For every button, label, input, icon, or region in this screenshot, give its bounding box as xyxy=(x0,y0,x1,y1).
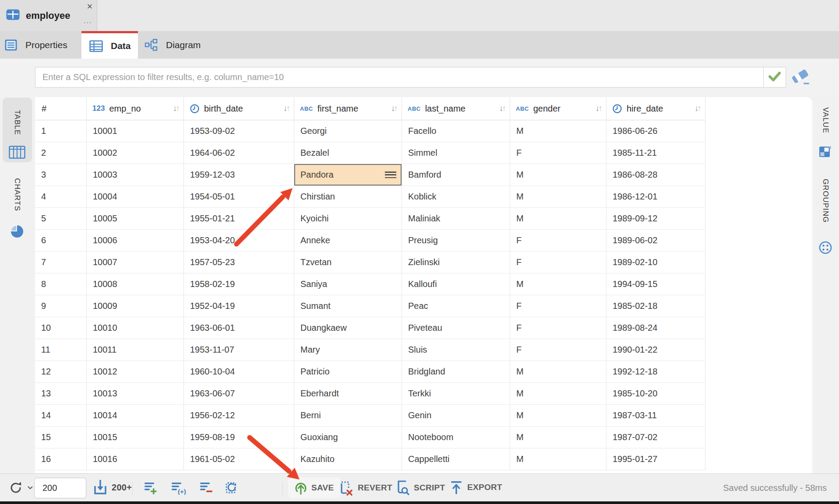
table-cell[interactable]: 10006 xyxy=(87,230,184,252)
table-cell[interactable]: Saniya xyxy=(294,273,402,295)
table-cell[interactable]: 1957-05-23 xyxy=(184,252,294,273)
table-cell[interactable]: 1989-06-02 xyxy=(606,230,705,252)
sort-arrows-icon[interactable]: ↓↑ xyxy=(391,104,398,113)
rail-charts-label[interactable]: CHARTS xyxy=(13,178,21,211)
column-header-first_name[interactable]: ABCfirst_name↓↑ xyxy=(294,97,402,120)
apply-filter-button[interactable] xyxy=(763,67,786,88)
table-cell[interactable]: F xyxy=(510,230,606,252)
row-number-cell[interactable]: 8 xyxy=(35,273,87,295)
table-cell[interactable]: 1987-07-02 xyxy=(606,427,705,448)
table-cell[interactable]: 1985-11-21 xyxy=(606,142,705,164)
table-cell[interactable]: 1960-10-04 xyxy=(184,361,294,383)
column-header-hire_date[interactable]: hire_date↓↑ xyxy=(606,97,705,120)
tab-properties[interactable]: Properties xyxy=(0,31,81,59)
sort-arrows-icon[interactable]: ↓↑ xyxy=(596,104,603,113)
table-cell[interactable]: 10014 xyxy=(87,405,184,427)
row-number-cell[interactable]: 11 xyxy=(35,339,87,361)
table-cell[interactable]: Georgi xyxy=(294,120,402,142)
sort-arrows-icon[interactable]: ↓↑ xyxy=(283,104,290,113)
table-cell[interactable]: M xyxy=(510,120,606,142)
table-cell[interactable]: 1954-05-01 xyxy=(184,186,294,208)
table-cell[interactable]: 10015 xyxy=(87,427,184,448)
table-cell[interactable]: 10004 xyxy=(87,186,184,208)
table-cell[interactable]: 10001 xyxy=(87,120,184,142)
row-number-cell[interactable]: 6 xyxy=(35,230,87,252)
table-cell[interactable]: F xyxy=(510,252,606,273)
row-number-cell[interactable]: 14 xyxy=(35,405,87,427)
table-cell[interactable]: F xyxy=(510,142,606,164)
row-number-cell[interactable]: 9 xyxy=(35,295,87,317)
table-cell[interactable]: 1961-05-02 xyxy=(184,448,294,470)
row-number-cell[interactable]: 12 xyxy=(35,361,87,383)
table-cell[interactable]: Piveteau xyxy=(402,317,510,339)
table-cell[interactable]: 10016 xyxy=(87,448,184,470)
table-cell[interactable]: Berni xyxy=(294,405,402,427)
column-header-gender[interactable]: ABCgender↓↑ xyxy=(510,97,606,120)
rail-value-label[interactable]: VALUE xyxy=(821,107,830,133)
table-cell[interactable]: 10002 xyxy=(87,142,184,164)
edited-cell[interactable]: Pandora xyxy=(294,164,402,186)
table-cell[interactable]: Mary xyxy=(294,339,402,361)
table-cell[interactable]: 1963-06-07 xyxy=(184,383,294,405)
table-cell[interactable]: 1959-12-03 xyxy=(184,164,294,186)
table-cell[interactable]: 1952-04-19 xyxy=(184,295,294,317)
export-button[interactable]: EXPORT xyxy=(449,480,502,495)
table-cell[interactable]: Terkki xyxy=(402,383,510,405)
clear-filter-button[interactable] xyxy=(790,70,813,88)
column-header-birth_date[interactable]: birth_date↓↑ xyxy=(184,97,294,120)
row-number-cell[interactable]: 13 xyxy=(35,383,87,405)
grouping-icon[interactable] xyxy=(818,241,832,255)
table-cell[interactable]: 10003 xyxy=(87,164,184,186)
tab-data[interactable]: Data xyxy=(81,31,138,59)
table-cell[interactable]: Facello xyxy=(402,120,510,142)
table-cell[interactable]: 1985-02-18 xyxy=(606,295,705,317)
table-cell[interactable]: Simmel xyxy=(402,142,510,164)
table-cell[interactable]: Cappelletti xyxy=(402,448,510,470)
table-cell[interactable]: F xyxy=(510,339,606,361)
table-cell[interactable]: F xyxy=(510,295,606,317)
table-cell[interactable]: M xyxy=(510,186,606,208)
row-number-cell[interactable]: 2 xyxy=(35,142,87,164)
sort-arrows-icon[interactable]: ↓↑ xyxy=(173,104,180,113)
table-cell[interactable]: 1986-08-28 xyxy=(606,164,705,186)
table-cell[interactable]: Anneke xyxy=(294,230,402,252)
table-cell[interactable]: 1985-10-20 xyxy=(606,383,705,405)
table-cell[interactable]: 10011 xyxy=(87,339,184,361)
revert-button[interactable]: REVERT xyxy=(338,480,392,496)
table-cell[interactable]: Bridgland xyxy=(402,361,510,383)
table-cell[interactable]: 1956-02-12 xyxy=(184,405,294,427)
row-number-cell[interactable]: 15 xyxy=(35,427,87,448)
table-cell[interactable]: Zielinski xyxy=(402,252,510,273)
table-cell[interactable]: Preusig xyxy=(402,230,510,252)
table-cell[interactable]: 1964-06-02 xyxy=(184,142,294,164)
table-cell[interactable]: M xyxy=(510,361,606,383)
row-number-cell[interactable]: 16 xyxy=(35,448,87,470)
table-cell[interactable]: 10010 xyxy=(87,317,184,339)
table-cell[interactable]: M xyxy=(510,383,606,405)
column-header-last_name[interactable]: ABClast_name↓↑ xyxy=(402,97,510,120)
row-number-cell[interactable]: 3 xyxy=(35,164,87,186)
row-number-cell[interactable]: 5 xyxy=(35,208,87,230)
table-cell[interactable]: M xyxy=(510,448,606,470)
table-cell[interactable]: 10013 xyxy=(87,383,184,405)
table-cell[interactable]: 10009 xyxy=(87,295,184,317)
tab-employee[interactable]: employee × ··· xyxy=(0,0,97,31)
table-cell[interactable]: 1953-09-02 xyxy=(184,120,294,142)
cell-menu-icon[interactable] xyxy=(385,172,396,178)
sort-arrows-icon[interactable]: ↓↑ xyxy=(694,104,702,113)
table-cell[interactable]: Guoxiang xyxy=(294,427,402,448)
table-cell[interactable]: Maliniak xyxy=(402,208,510,230)
add-row-button[interactable] xyxy=(144,481,158,495)
table-cell[interactable]: Bamford xyxy=(402,164,510,186)
table-cell[interactable]: 1955-01-21 xyxy=(184,208,294,230)
table-cell[interactable]: M xyxy=(510,164,606,186)
table-cell[interactable]: Genin xyxy=(402,405,510,427)
table-cell[interactable]: Peac xyxy=(402,295,510,317)
sort-arrows-icon[interactable]: ↓↑ xyxy=(499,104,506,113)
table-cell[interactable]: Sluis xyxy=(402,339,510,361)
rail-table-label[interactable]: TABLE xyxy=(13,110,21,135)
table-cell[interactable]: Tzvetan xyxy=(294,252,402,273)
table-cell[interactable]: 1953-11-07 xyxy=(184,339,294,361)
sql-filter-input[interactable] xyxy=(35,67,763,88)
row-number-cell[interactable]: 4 xyxy=(35,186,87,208)
